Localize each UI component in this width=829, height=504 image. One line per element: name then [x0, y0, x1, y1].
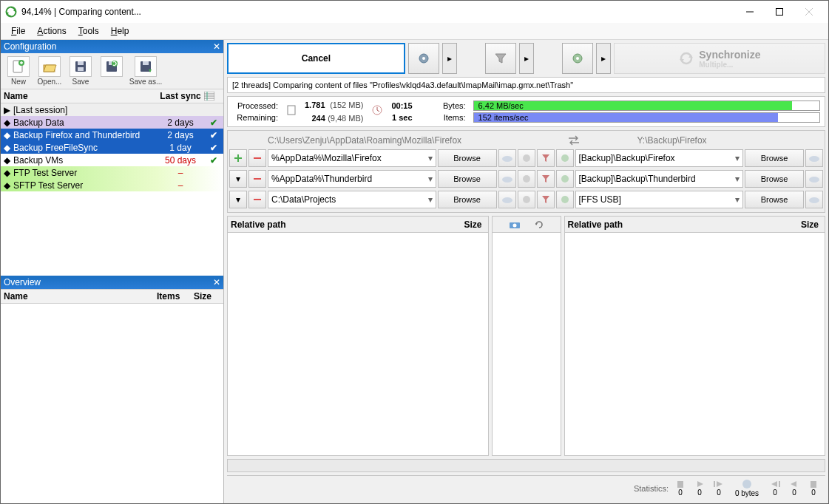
stat-bytes: 0 bytes [731, 479, 763, 497]
close-button[interactable] [794, 1, 824, 22]
action-toolbar: Cancel ▸ ▸ ▸ SynchronizeMultiple... [227, 43, 825, 74]
chevron-down-icon[interactable]: ▾ [229, 170, 247, 188]
menu-help[interactable]: Help [105, 24, 135, 38]
svg-point-42 [523, 175, 530, 183]
svg-point-26 [422, 57, 425, 60]
comparison-grids: Relative pathSize Relative pathSize [227, 216, 825, 456]
remove-pair-button[interactable] [248, 191, 266, 208]
overview-body [1, 304, 223, 503]
right-path-input[interactable]: [FFS USB]▾ [575, 191, 744, 208]
folder-pairs: C:\Users\Zenju\AppData\Roaming\Mozilla\F… [227, 130, 825, 213]
filter-dropdown[interactable]: ▸ [519, 43, 534, 74]
center-grid[interactable] [492, 216, 561, 456]
svg-rect-4 [776, 9, 783, 16]
browse-right-button[interactable]: Browse [745, 191, 804, 208]
svg-point-37 [523, 154, 530, 162]
left-path-input[interactable]: %AppData%\Thunderbird▾ [268, 170, 436, 188]
file-icon [287, 105, 296, 115]
cloud-icon[interactable] [498, 170, 516, 188]
pair-row: ▾ %AppData%\Thunderbird▾ Browse [Backup]… [229, 169, 823, 188]
refresh-icon[interactable] [534, 219, 544, 230]
config-close-icon[interactable]: ✕ [213, 41, 220, 52]
new-button[interactable]: New [4, 56, 33, 86]
filter-button[interactable] [485, 43, 516, 74]
svg-rect-32 [288, 106, 295, 115]
items-bar: 152 items/sec [473, 112, 820, 123]
right-path-input[interactable]: [Backup]\Backup\Thunderbird▾ [575, 170, 744, 188]
sync-settings-button[interactable] [562, 43, 593, 74]
svg-marker-55 [697, 481, 703, 487]
compare-settings-button[interactable] [408, 43, 439, 74]
cloud-icon[interactable] [498, 149, 516, 167]
columns-icon[interactable] [204, 92, 223, 101]
synchronize-button: SynchronizeMultiple... [614, 43, 825, 74]
svg-point-49 [561, 196, 569, 203]
stat-create-left: 0 [711, 480, 726, 497]
config-header: Configuration ✕ [1, 40, 223, 53]
left-path-input[interactable]: C:\Data\Projects▾ [268, 191, 436, 208]
remove-pair-button[interactable] [248, 170, 266, 188]
right-path-input[interactable]: [Backup]\Backup\Firefox▾ [575, 149, 744, 167]
savebatch-button[interactable] [97, 56, 126, 86]
browse-left-button[interactable]: Browse [438, 191, 497, 208]
minimize-button[interactable] [735, 1, 765, 22]
titlebar: 94,14% | Comparing content... [1, 1, 828, 23]
remove-pair-button[interactable] [248, 149, 266, 167]
svg-rect-54 [677, 481, 683, 488]
browse-left-button[interactable]: Browse [438, 170, 497, 188]
browse-right-button[interactable]: Browse [745, 149, 804, 167]
right-grid[interactable]: Relative pathSize [564, 216, 826, 456]
pair-compare-icon[interactable] [518, 149, 535, 167]
menu-actions[interactable]: Actions [31, 24, 72, 38]
config-row-sftp[interactable]: ◆ SFTP Test Server– [1, 179, 223, 191]
svg-rect-60 [779, 481, 780, 487]
right-panel: Cancel ▸ ▸ ▸ SynchronizeMultiple... [2 t… [224, 40, 828, 503]
camera-icon[interactable] [509, 220, 521, 229]
add-pair-button[interactable] [229, 149, 247, 167]
svg-point-58 [742, 480, 751, 488]
config-row-backup-ffs[interactable]: ◆ Backup FreeFileSync1 day✔ [1, 141, 223, 154]
clock-icon [372, 105, 382, 115]
maximize-button[interactable] [765, 1, 794, 22]
config-row-backup-data[interactable]: ◆ Backup Data2 days✔ [1, 116, 223, 129]
window-title: 94,14% | Comparing content... [21, 7, 735, 17]
svg-rect-13 [78, 67, 84, 71]
svg-point-39 [561, 154, 569, 162]
svg-point-50 [809, 197, 819, 203]
config-row-last-session[interactable]: ▶ [Last session] [1, 103, 223, 116]
cloud-icon[interactable] [805, 149, 823, 167]
swap-icon[interactable] [567, 135, 581, 146]
menu-file[interactable]: File [5, 24, 31, 38]
saveas-button[interactable]: Save as... [128, 56, 163, 86]
config-row-backup-firefox[interactable]: ◆ Backup Firefox and Thunderbird2 days✔ [1, 129, 223, 141]
svg-marker-56 [717, 481, 723, 487]
app-icon [5, 6, 17, 18]
sync-settings-dropdown[interactable]: ▸ [596, 43, 611, 74]
chevron-down-icon[interactable]: ▾ [229, 191, 247, 208]
pair-sync-icon[interactable] [556, 149, 574, 167]
pair-filter-icon[interactable] [537, 149, 555, 167]
status-text: [2 threads] Comparing content of files "… [232, 81, 820, 89]
svg-point-29 [576, 57, 579, 60]
svg-marker-61 [791, 481, 796, 487]
config-row-ftp[interactable]: ◆ FTP Test Server– [1, 166, 223, 179]
config-row-backup-vms[interactable]: ◆ Backup VMs50 days✔ [1, 154, 223, 166]
svg-marker-48 [542, 196, 549, 203]
save-button[interactable]: Save [66, 56, 95, 86]
overview-header: Overview ✕ [1, 276, 223, 289]
left-path-input[interactable]: %AppData%\Mozilla\Firefox▾ [268, 149, 436, 167]
stat-update-left: 0 [692, 480, 707, 497]
svg-marker-38 [542, 154, 549, 162]
overview-close-icon[interactable]: ✕ [213, 277, 220, 287]
browse-right-button[interactable]: Browse [745, 170, 804, 188]
compare-dropdown[interactable]: ▸ [442, 43, 457, 74]
open-button[interactable]: Open... [35, 56, 64, 86]
cancel-button[interactable]: Cancel [227, 43, 405, 74]
svg-point-40 [809, 156, 819, 162]
svg-rect-12 [78, 61, 84, 65]
svg-rect-62 [811, 481, 816, 488]
left-grid[interactable]: Relative pathSize [227, 216, 489, 456]
h-scrollbar[interactable] [227, 459, 825, 472]
menu-tools[interactable]: Tools [72, 24, 105, 38]
browse-left-button[interactable]: Browse [438, 149, 497, 167]
